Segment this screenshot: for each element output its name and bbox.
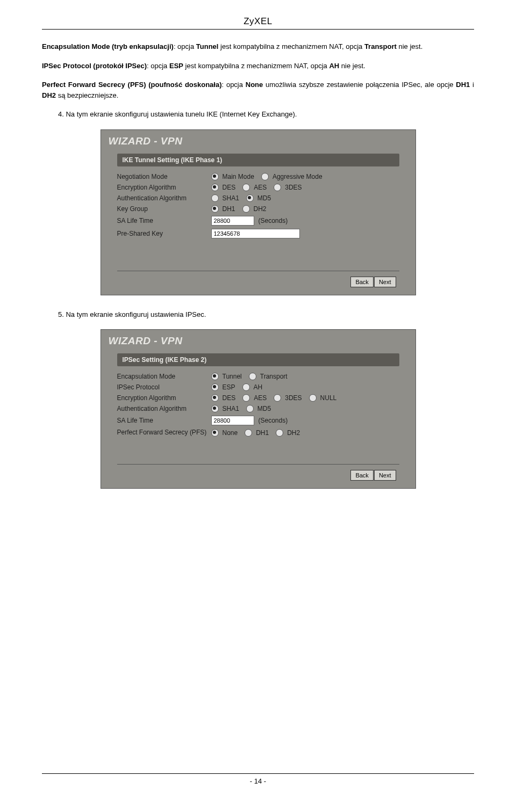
text: jest kompatybilna z mechanizmem NAT, opc… — [218, 42, 364, 50]
radio-label: DH2 — [254, 205, 267, 213]
radio-sha1[interactable] — [211, 405, 219, 412]
radio-dh2[interactable] — [276, 429, 283, 437]
radio-aggressive-mode[interactable] — [261, 173, 269, 180]
unit-seconds: (Seconds) — [259, 417, 288, 424]
radio-dh1[interactable] — [245, 429, 252, 437]
step-5: Na tym ekranie skonfiguruj ustawienia IP… — [58, 309, 474, 320]
input-sa-life-time[interactable] — [211, 416, 254, 425]
radio-3des[interactable] — [274, 394, 281, 402]
radio-label: DH1 — [256, 429, 269, 437]
page-number: - 14 - — [42, 777, 474, 785]
paragraph-encapsulation: Encapsulation Mode (tryb enkapsulacji): … — [42, 41, 474, 52]
radio-label: DH1 — [223, 205, 235, 213]
page-header-brand: ZyXEL — [42, 16, 474, 27]
radio-label: 3DES — [285, 184, 302, 191]
radio-tunnel[interactable] — [211, 373, 219, 380]
next-button[interactable]: Next — [374, 470, 396, 481]
radio-md5[interactable] — [246, 405, 254, 412]
term: ESP — [169, 62, 183, 70]
input-pre-shared-key[interactable] — [211, 229, 300, 238]
paragraph-pfs: Perfect Forward Secrecy (PFS) (poufność … — [42, 79, 474, 100]
text: jest kompatybilna z mechanizmem NAT, opc… — [183, 62, 329, 70]
radio-md5[interactable] — [246, 194, 254, 202]
back-button[interactable]: Back — [350, 470, 373, 481]
label-pfs: Perfect Forward Secrecy (PFS) — [117, 429, 211, 437]
label-auth-algorithm: Authentication Algorithm — [117, 194, 211, 202]
radio-label: DES — [223, 184, 236, 191]
radio-label: Tunnel — [223, 373, 242, 380]
form-divider — [117, 271, 399, 271]
section-heading: IPSec Setting (IKE Phase 2) — [117, 353, 399, 366]
radio-label: AH — [254, 383, 263, 391]
header-rule — [42, 29, 474, 30]
label-key-group: Key Group — [117, 205, 211, 213]
radio-label: AES — [254, 394, 267, 402]
term: IPSec Protocol (protokół IPSec) — [42, 62, 147, 70]
form-divider — [117, 464, 399, 465]
paragraph-ipsec-protocol: IPSec Protocol (protokół IPSec): opcja E… — [42, 61, 474, 71]
label-pre-shared-key: Pre-Shared Key — [117, 230, 211, 237]
radio-label: ESP — [223, 383, 235, 391]
label-ipsec-protocol: IPSec Protocol — [117, 383, 211, 391]
radio-label: MD5 — [257, 194, 271, 202]
radio-label: SHA1 — [223, 194, 239, 202]
term: DH1 — [456, 81, 470, 89]
radio-dh2[interactable] — [242, 205, 250, 213]
radio-des[interactable] — [211, 184, 219, 191]
radio-esp[interactable] — [211, 383, 219, 391]
text: są bezpieczniejsze. — [56, 91, 118, 99]
radio-label: NULL — [320, 394, 337, 402]
term: DH2 — [42, 91, 56, 99]
wizard-title: WIZARD - VPN — [101, 330, 415, 353]
radio-aes[interactable] — [242, 184, 250, 191]
radio-transport[interactable] — [249, 373, 256, 380]
radio-none[interactable] — [211, 429, 219, 437]
screenshot-ike-phase2: WIZARD - VPN IPSec Setting (IKE Phase 2)… — [101, 329, 416, 489]
term: None — [246, 81, 263, 89]
radio-label: Transport — [260, 373, 288, 380]
radio-sha1[interactable] — [211, 194, 219, 202]
radio-label: MD5 — [257, 405, 271, 412]
radio-main-mode[interactable] — [211, 173, 219, 180]
section-heading: IKE Tunnel Setting (IKE Phase 1) — [117, 154, 399, 166]
label-encryption-algorithm: Encryption Algorithm — [117, 394, 211, 402]
radio-label: None — [223, 429, 238, 437]
term: Perfect Forward Secrecy (PFS) (poufność … — [42, 81, 222, 89]
text: nie jest. — [397, 42, 422, 50]
label-sa-life-time: SA Life Time — [117, 417, 211, 424]
next-button[interactable]: Next — [374, 277, 396, 287]
text: nie jest. — [339, 62, 365, 70]
text: : opcja — [147, 62, 169, 70]
radio-3des[interactable] — [274, 184, 281, 191]
radio-label: Main Mode — [223, 173, 254, 180]
input-sa-life-time[interactable] — [211, 216, 254, 226]
label-auth-algorithm: Authentication Algorithm — [117, 405, 211, 412]
label-negotiation-mode: Negotiation Mode — [117, 173, 211, 180]
term: Tunnel — [196, 42, 219, 50]
text: i — [470, 81, 474, 89]
radio-des[interactable] — [211, 394, 219, 402]
radio-label: DH2 — [287, 429, 300, 437]
radio-label: Aggressive Mode — [273, 173, 322, 180]
radio-null[interactable] — [309, 394, 317, 402]
radio-aes[interactable] — [242, 394, 250, 402]
label-encryption-algorithm: Encryption Algorithm — [117, 184, 211, 191]
text: : opcja — [174, 42, 196, 50]
radio-label: 3DES — [285, 394, 302, 402]
term: Transport — [364, 42, 397, 50]
radio-label: DES — [223, 394, 236, 402]
screenshot-ike-phase1: WIZARD - VPN IKE Tunnel Setting (IKE Pha… — [101, 129, 416, 295]
wizard-title: WIZARD - VPN — [101, 130, 415, 154]
term: Encapsulation Mode (tryb enkapsulacji) — [42, 42, 174, 50]
radio-ah[interactable] — [242, 383, 250, 391]
footer-rule — [42, 773, 474, 774]
label-encapsulation-mode: Encapsulation Mode — [117, 373, 211, 380]
radio-label: AES — [254, 184, 267, 191]
text: : opcja — [222, 81, 246, 89]
text: umożliwia szybsze zestawienie połączenia… — [263, 81, 456, 89]
back-button[interactable]: Back — [350, 277, 373, 287]
term: AH — [329, 62, 339, 70]
radio-dh1[interactable] — [211, 205, 219, 213]
unit-seconds: (Seconds) — [259, 217, 288, 224]
radio-label: SHA1 — [223, 405, 239, 412]
